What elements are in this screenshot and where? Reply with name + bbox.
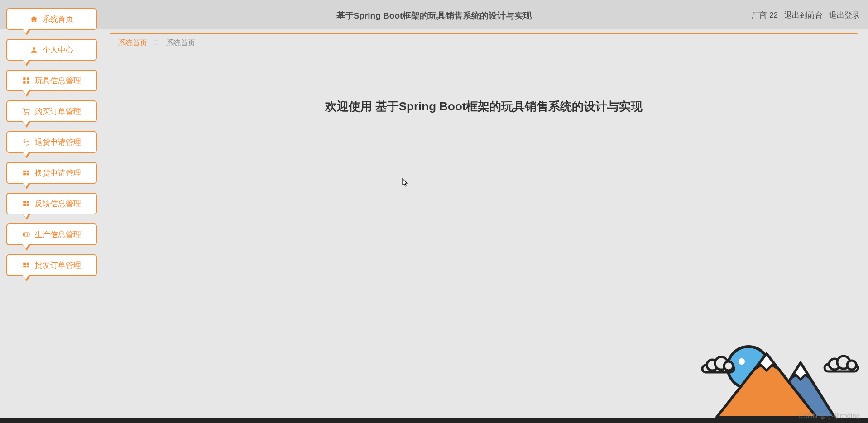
feedback-icon xyxy=(22,200,30,208)
sidebar-item-feedback[interactable]: 反馈信息管理 xyxy=(6,193,97,214)
sidebar-item-purchase-orders[interactable]: 购买订单管理 xyxy=(6,100,97,122)
watermark: CSDN @小蔡coding xyxy=(798,412,860,420)
svg-rect-14 xyxy=(27,204,29,206)
sidebar-item-profile[interactable]: 个人中心 xyxy=(6,39,97,61)
topbar-user-area: 厂商 22 退出到前台 退出登录 xyxy=(752,10,860,20)
cart-icon xyxy=(22,107,30,115)
sidebar-item-exchange-requests[interactable]: 换货申请管理 xyxy=(6,162,97,184)
sidebar-item-label: 换货申请管理 xyxy=(35,168,81,178)
exchange-icon xyxy=(22,169,30,177)
svg-point-5 xyxy=(25,114,26,114)
svg-point-6 xyxy=(28,114,29,114)
bottom-border xyxy=(0,418,868,423)
sidebar-item-label: 反馈信息管理 xyxy=(35,199,81,209)
grid-icon xyxy=(22,76,30,85)
sidebar: 系统首页 个人中心 玩具信息管理 购买订单管理 退货申请管理 换货申请管理 xyxy=(0,0,103,285)
to-front-button[interactable]: 退出到前台 xyxy=(784,10,823,20)
svg-rect-19 xyxy=(27,266,29,268)
svg-rect-8 xyxy=(27,173,29,176)
breadcrumb-root[interactable]: 系统首页 xyxy=(118,38,147,48)
sidebar-item-label: 生产信息管理 xyxy=(35,229,81,240)
svg-rect-18 xyxy=(23,266,26,268)
topbar: 基于Spring Boot框架的玩具销售系统的设计与实现 厂商 22 退出到前台… xyxy=(0,0,868,29)
sidebar-item-home[interactable]: 系统首页 xyxy=(6,8,97,30)
sidebar-item-production[interactable]: 生产信息管理 xyxy=(6,223,97,245)
breadcrumb-current: 系统首页 xyxy=(166,38,195,48)
svg-rect-1 xyxy=(23,77,25,80)
ticket-icon xyxy=(22,230,30,238)
svg-rect-17 xyxy=(27,263,29,265)
user-label[interactable]: 厂商 22 xyxy=(752,10,778,20)
svg-point-0 xyxy=(33,47,35,50)
sidebar-item-toy-info[interactable]: 玩具信息管理 xyxy=(6,70,97,91)
svg-rect-16 xyxy=(23,263,26,265)
logout-button[interactable]: 退出登录 xyxy=(829,10,860,20)
svg-rect-4 xyxy=(27,81,29,84)
svg-rect-3 xyxy=(23,81,25,84)
user-icon xyxy=(30,46,38,54)
main-content: 欢迎使用 基于Spring Boot框架的玩具销售系统的设计与实现 xyxy=(110,59,858,415)
sidebar-item-label: 个人中心 xyxy=(43,45,73,55)
svg-rect-7 xyxy=(23,171,26,173)
sidebar-item-label: 退货申请管理 xyxy=(35,137,81,147)
svg-rect-12 xyxy=(27,201,29,204)
svg-rect-11 xyxy=(23,201,26,204)
breadcrumb-sep-icon: ☰ xyxy=(153,39,160,47)
sidebar-item-wholesale-orders[interactable]: 批发订单管理 xyxy=(6,254,97,276)
svg-rect-13 xyxy=(23,204,26,206)
breadcrumb: 系统首页 ☰ 系统首页 xyxy=(110,33,858,52)
svg-rect-9 xyxy=(23,173,26,176)
sidebar-item-return-requests[interactable]: 退货申请管理 xyxy=(6,131,97,153)
welcome-heading: 欢迎使用 基于Spring Boot框架的玩具销售系统的设计与实现 xyxy=(325,99,643,415)
return-icon xyxy=(22,138,30,146)
svg-rect-15 xyxy=(23,233,29,236)
sidebar-item-label: 玩具信息管理 xyxy=(35,76,81,86)
wholesale-icon xyxy=(22,261,30,269)
sidebar-item-label: 系统首页 xyxy=(43,14,73,24)
svg-rect-10 xyxy=(27,171,29,173)
sidebar-item-label: 批发订单管理 xyxy=(35,260,81,271)
home-icon xyxy=(30,15,38,23)
svg-rect-2 xyxy=(27,77,29,80)
sidebar-item-label: 购买订单管理 xyxy=(35,106,81,117)
page-title: 基于Spring Boot框架的玩具销售系统的设计与实现 xyxy=(336,10,532,22)
